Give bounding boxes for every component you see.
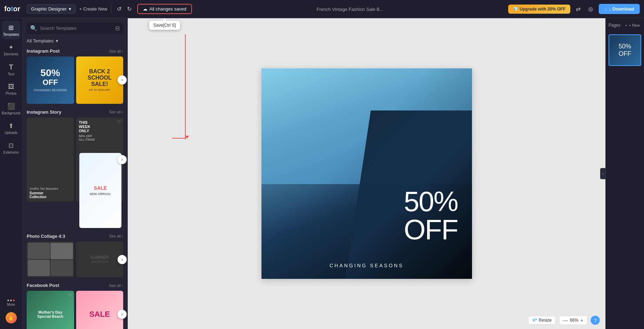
sidebar-item-templates-label: Templates — [3, 33, 19, 36]
sidebar-item-extension[interactable]: ⊡ Extension — [2, 139, 20, 157]
collage-cell — [51, 243, 73, 259]
card-content-fp1: Mother's DaySpecial Beach — [27, 291, 74, 329]
section-facebook-post: Facebook Post See all › ♡ Mother's DaySp… — [27, 283, 123, 329]
designer-dropdown[interactable]: Graphic Designer ▾ — [27, 4, 76, 14]
sidebar-item-elements[interactable]: ✦ Elements — [2, 41, 20, 59]
canvas-bottom-bar: 💎 Resize — 66% + ? — [528, 316, 600, 325]
collapse-panel-button[interactable]: › — [600, 168, 606, 179]
instagram-post-next-button[interactable]: › — [118, 75, 127, 85]
search-bar: 🔍 ⊟ — [27, 22, 123, 34]
section-header-facebook-post: Facebook Post See all › — [27, 283, 123, 288]
pages-title: Pages — [609, 23, 620, 28]
template-card-pc1[interactable] — [27, 242, 74, 277]
facebook-post-next-button[interactable]: › — [118, 310, 127, 319]
save-button[interactable]: ☁ All changes saved — [137, 4, 192, 14]
sidebar-item-uploads[interactable]: ⬆ Uploads — [2, 119, 20, 137]
topbar-right: 💎 Upgrade with 20% OFF ⇄ ◎ ↓ ↓ Download — [508, 4, 640, 14]
zoom-controls: — 66% + — [559, 316, 587, 325]
search-input[interactable] — [40, 26, 112, 31]
all-templates-header[interactable]: All Templates ▾ — [27, 38, 123, 43]
canvas-promo-text: 50% OFF — [404, 188, 458, 244]
template-panel: 🔍 ⊟ All Templates ▾ Instagram Post See a… — [22, 18, 128, 329]
upgrade-button[interactable]: 💎 Upgrade with 20% OFF — [508, 5, 571, 14]
more-dots[interactable]: More — [7, 300, 15, 307]
template-card-ip1[interactable]: 50% OFF CHANGING SEASONS — [27, 56, 74, 104]
templates-icon: ⊞ — [8, 24, 14, 32]
section-header-instagram-post: Instagram Post See all › — [27, 48, 123, 54]
sidebar-item-photos[interactable]: 🖼 Photos — [2, 80, 20, 98]
see-all-facebook-post[interactable]: See all › — [109, 283, 123, 288]
upgrade-label: Upgrade with 20% OFF — [520, 7, 566, 12]
template-card-is1[interactable]: Smiths Tan Beauties SummerCollection — [27, 118, 74, 202]
preview-button[interactable]: ◎ — [586, 4, 595, 14]
sidebar-item-extension-label: Extension — [4, 150, 19, 154]
extension-icon: ⊡ — [8, 142, 14, 149]
spacer — [27, 228, 123, 231]
see-all-instagram-story[interactable]: See all › — [109, 110, 123, 114]
facebook-post-grid: ♡ Mother's DaySpecial Beach ♡ SALE › — [27, 291, 123, 329]
share-button[interactable]: ⇄ — [574, 4, 583, 14]
diamond-icon-small: 💎 — [532, 318, 537, 323]
instagram-post-grid: 50% OFF CHANGING SEASONS BACK 2SCHOOLSAL… — [27, 56, 123, 104]
pages-header: Pages + + New — [609, 22, 641, 29]
story-card-partial: SALE NEW ARRIVAL — [79, 153, 121, 228]
divider — [111, 5, 111, 13]
undo-redo-group: ↺ ↻ — [115, 4, 134, 14]
section-title-photo-collage: Photo Collage 4:3 — [27, 234, 65, 239]
doc-title-area: French Vintage Fashion Sale B... — [195, 6, 505, 12]
photo-collage-grid: SUMMER VACATION › — [27, 242, 123, 277]
main-layout: ⊞ Templates ✦ Elements T Text 🖼 Photos ⬛… — [0, 18, 644, 329]
help-button[interactable]: ? — [591, 316, 600, 325]
save-area: ☁ All changes saved Save[Ctrl S] — [137, 4, 192, 14]
sidebar-icons: ⊞ Templates ✦ Elements T Text 🖼 Photos ⬛… — [0, 18, 22, 329]
add-page-button[interactable]: + + New — [624, 22, 641, 29]
download-label: ↓ Download — [609, 6, 634, 12]
sidebar-item-background[interactable]: ⬛ Background — [2, 100, 20, 118]
chevron-down-icon: ▾ — [56, 38, 58, 43]
redo-button[interactable]: ↻ — [125, 4, 134, 14]
template-card-ip2[interactable]: BACK 2SCHOOLSALE! UP TO 50% OFF — [76, 56, 124, 104]
canvas-background — [261, 68, 472, 279]
sidebar-item-uploads-label: Uploads — [5, 131, 18, 135]
add-page-label: + New — [629, 23, 640, 27]
sidebar-item-photos-label: Photos — [6, 92, 16, 95]
topbar: fotor Graphic Designer ▾ + Create New ↺ … — [0, 0, 644, 18]
save-label: All changes saved — [150, 6, 187, 12]
template-card-is3[interactable]: SALE NEW ARRIVAL — [79, 153, 121, 228]
template-card-pc2[interactable]: SUMMER VACATION — [76, 242, 124, 277]
see-all-instagram-post[interactable]: See all › — [109, 49, 123, 53]
section-header-instagram-story: Instagram Story See all › — [27, 109, 123, 115]
sidebar-item-text[interactable]: T Text — [2, 60, 20, 79]
create-new-button[interactable]: + Create New — [79, 6, 107, 12]
card-content-ip2: BACK 2SCHOOLSALE! UP TO 50% OFF — [76, 56, 124, 104]
photos-icon: 🖼 — [8, 83, 14, 90]
template-card-fp1[interactable]: ♡ Mother's DaySpecial Beach — [27, 291, 74, 329]
zoom-in-button[interactable]: + — [580, 317, 583, 323]
elements-icon: ✦ — [8, 43, 14, 51]
pages-panel: Pages + + New 50%OFF › — [605, 18, 644, 329]
page-thumbnail-1[interactable]: 50%OFF — [609, 34, 641, 66]
see-all-photo-collage[interactable]: See all › — [109, 234, 123, 238]
sidebar-more: More ✋ — [6, 300, 17, 323]
card-content-pc2: SUMMER VACATION — [90, 255, 109, 264]
section-photo-collage: Photo Collage 4:3 See all › SUMMER VACAT… — [27, 234, 123, 277]
zoom-out-button[interactable]: — — [563, 317, 568, 323]
sidebar-item-templates[interactable]: ⊞ Templates — [2, 21, 20, 39]
canvas-area: 50% OFF CHANGING SEASONS 💎 Resize — 66% … — [128, 18, 605, 329]
create-new-label: + Create New — [79, 6, 107, 12]
undo-button[interactable]: ↺ — [115, 4, 124, 14]
resize-button[interactable]: 💎 Resize — [528, 316, 556, 324]
collage-cell — [51, 260, 73, 276]
red-arrow-tip — [185, 136, 189, 139]
photo-collage-next-button[interactable]: › — [118, 255, 127, 264]
download-button[interactable]: ↓ ↓ Download — [599, 4, 640, 14]
card-content-is1: Smiths Tan Beauties SummerCollection — [29, 187, 58, 199]
user-avatar[interactable]: ✋ — [6, 312, 17, 323]
filter-icon[interactable]: ⊟ — [115, 25, 120, 32]
canvas-container[interactable]: 50% OFF CHANGING SEASONS — [261, 68, 472, 279]
section-title-instagram-story: Instagram Story — [27, 109, 61, 115]
heart-badge-is2: ♡ — [117, 120, 121, 125]
template-card-fp2[interactable]: ♡ SALE — [76, 291, 124, 329]
collage-cell — [28, 260, 50, 276]
instagram-story-next-button[interactable]: › — [118, 155, 127, 164]
